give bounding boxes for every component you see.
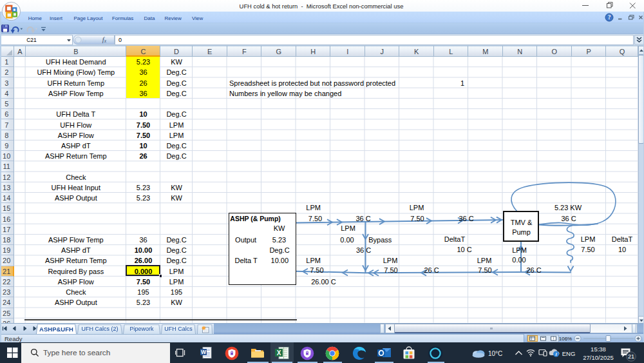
svg-text:X: X xyxy=(277,349,281,357)
svg-text:W: W xyxy=(201,349,207,355)
svg-text:21: 21 xyxy=(628,353,634,360)
